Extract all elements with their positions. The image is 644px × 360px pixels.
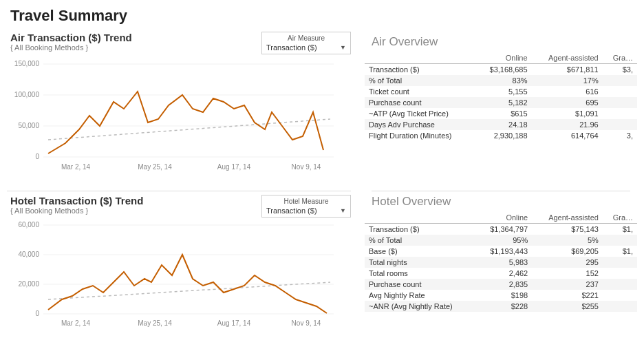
hotel-overview-table: Online Agent-assisted Gra… Transaction (… bbox=[365, 212, 637, 312]
row-gra bbox=[603, 86, 637, 97]
air-overview-table: Online Agent-assisted Gra… Transaction (… bbox=[365, 52, 637, 141]
air-measure-arrow-icon[interactable]: ▼ bbox=[340, 44, 346, 51]
table-row: Days Adv Purchase 24.18 21.96 bbox=[365, 119, 637, 130]
row-agent: 616 bbox=[532, 86, 603, 97]
svg-text:100,000: 100,000 bbox=[14, 91, 40, 98]
row-agent: 5% bbox=[532, 235, 603, 246]
svg-text:May 25, 14: May 25, 14 bbox=[138, 163, 172, 171]
hotel-col-gra: Gra… bbox=[603, 212, 637, 224]
svg-text:Mar 2, 14: Mar 2, 14 bbox=[61, 319, 91, 327]
row-agent: 152 bbox=[532, 268, 603, 279]
row-online: $1,193,443 bbox=[476, 246, 532, 257]
air-chart-canvas: 150,000 100,000 50,000 0 Mar 2, 14 May 2 bbox=[10, 54, 351, 178]
row-online: 5,182 bbox=[475, 97, 532, 108]
row-gra bbox=[603, 257, 637, 268]
row-online: 2,462 bbox=[476, 268, 532, 279]
row-agent: 21.96 bbox=[532, 119, 603, 130]
svg-text:150,000: 150,000 bbox=[14, 60, 40, 67]
svg-text:40,000: 40,000 bbox=[18, 251, 39, 258]
row-online: $3,168,685 bbox=[475, 64, 532, 76]
row-agent: 17% bbox=[532, 75, 603, 86]
row-label: Ticket count bbox=[365, 86, 475, 97]
row-gra bbox=[603, 290, 637, 301]
row-online: 5,155 bbox=[475, 86, 532, 97]
air-col-agent: Agent-assisted bbox=[532, 52, 603, 64]
row-agent: 614,764 bbox=[532, 130, 603, 141]
row-online: 2,835 bbox=[476, 279, 532, 290]
air-measure-label: Air Measure bbox=[266, 34, 346, 42]
hotel-chart-canvas: 60,000 40,000 20,000 0 Mar 2, 14 May 25, bbox=[10, 217, 351, 334]
row-label: Transaction ($) bbox=[365, 224, 476, 235]
row-gra bbox=[603, 279, 637, 290]
hotel-chart-section: Hotel Transaction ($) Trend { All Bookin… bbox=[0, 191, 358, 354]
row-agent: $75,143 bbox=[532, 224, 603, 235]
row-gra bbox=[603, 75, 637, 86]
svg-text:Nov 9, 14: Nov 9, 14 bbox=[292, 319, 321, 327]
svg-text:Aug 17, 14: Aug 17, 14 bbox=[217, 163, 251, 171]
row-online: $615 bbox=[475, 108, 532, 119]
table-row: Base ($) $1,193,443 $69,205 $1, bbox=[365, 246, 637, 257]
svg-text:60,000: 60,000 bbox=[18, 221, 39, 229]
hotel-measure-label: Hotel Measure bbox=[266, 198, 346, 205]
hotel-col-online: Online bbox=[476, 212, 532, 224]
table-row: % of Total 95% 5% bbox=[365, 235, 637, 246]
svg-text:50,000: 50,000 bbox=[18, 122, 39, 129]
row-agent: $69,205 bbox=[532, 246, 603, 257]
svg-text:Mar 2, 14: Mar 2, 14 bbox=[61, 163, 91, 171]
row-agent: $255 bbox=[532, 301, 603, 312]
row-label: Total nights bbox=[365, 257, 476, 268]
row-agent: $221 bbox=[532, 290, 603, 301]
row-online: 95% bbox=[476, 235, 532, 246]
row-gra: 3, bbox=[603, 130, 637, 141]
row-label: Flight Duration (Minutes) bbox=[365, 130, 475, 141]
row-label: ~ANR (Avg Nightly Rate) bbox=[365, 301, 476, 312]
row-gra bbox=[603, 108, 637, 119]
table-row: Flight Duration (Minutes) 2,930,188 614,… bbox=[365, 130, 637, 141]
air-overview-title: Air Overview bbox=[365, 35, 637, 49]
svg-text:20,000: 20,000 bbox=[18, 280, 39, 288]
hotel-measure-arrow-icon[interactable]: ▼ bbox=[340, 207, 346, 214]
page-title: Travel Summary bbox=[0, 0, 644, 28]
row-agent: $671,811 bbox=[532, 64, 603, 76]
row-label: Purchase count bbox=[365, 97, 475, 108]
row-gra: $1, bbox=[603, 224, 637, 235]
row-label: ~ATP (Avg Ticket Price) bbox=[365, 108, 475, 119]
row-online: 83% bbox=[475, 75, 532, 86]
row-agent: 295 bbox=[532, 257, 603, 268]
row-label: Days Adv Purchase bbox=[365, 119, 475, 130]
table-row: % of Total 83% 17% bbox=[365, 75, 637, 86]
hotel-overview-section: Hotel Overview Online Agent-assisted Gra… bbox=[365, 191, 637, 350]
table-row: Total nights 5,983 295 bbox=[365, 257, 637, 268]
svg-text:May 25, 14: May 25, 14 bbox=[138, 319, 172, 327]
svg-text:Aug 17, 14: Aug 17, 14 bbox=[217, 319, 251, 327]
row-gra bbox=[603, 119, 637, 130]
hotel-measure-value: Transaction ($) bbox=[266, 207, 317, 215]
air-measure-value: Transaction ($) bbox=[266, 43, 317, 52]
hotel-measure-dropdown[interactable]: Hotel Measure Transaction ($) ▼ bbox=[261, 195, 351, 218]
row-online: 24.18 bbox=[475, 119, 532, 130]
row-label: % of Total bbox=[365, 75, 475, 86]
row-gra: $3, bbox=[603, 64, 637, 76]
air-col-label bbox=[365, 52, 475, 64]
row-gra: $1, bbox=[603, 246, 637, 257]
row-label: Total rooms bbox=[365, 268, 476, 279]
row-gra bbox=[603, 301, 637, 312]
air-overview-section: Air Overview Online Agent-assisted Gra… … bbox=[365, 32, 637, 191]
row-online: $198 bbox=[476, 290, 532, 301]
air-chart-section: Air Transaction ($) Trend { All Booking … bbox=[0, 28, 358, 191]
svg-line-8 bbox=[48, 119, 330, 140]
table-row: Ticket count 5,155 616 bbox=[365, 86, 637, 97]
row-online: 5,983 bbox=[476, 257, 532, 268]
table-row: Transaction ($) $1,364,797 $75,143 $1, bbox=[365, 224, 637, 235]
row-online: 2,930,188 bbox=[475, 130, 532, 141]
hotel-col-agent: Agent-assisted bbox=[532, 212, 603, 224]
air-measure-dropdown[interactable]: Air Measure Transaction ($) ▼ bbox=[261, 32, 351, 54]
row-label: Purchase count bbox=[365, 279, 476, 290]
row-gra bbox=[603, 97, 637, 108]
hotel-col-label bbox=[365, 212, 476, 224]
svg-text:0: 0 bbox=[35, 310, 39, 317]
row-agent: $1,091 bbox=[532, 108, 603, 119]
table-row: Transaction ($) $3,168,685 $671,811 $3, bbox=[365, 64, 637, 76]
row-gra bbox=[603, 268, 637, 279]
table-row: ~ANR (Avg Nightly Rate) $228 $255 bbox=[365, 301, 637, 312]
